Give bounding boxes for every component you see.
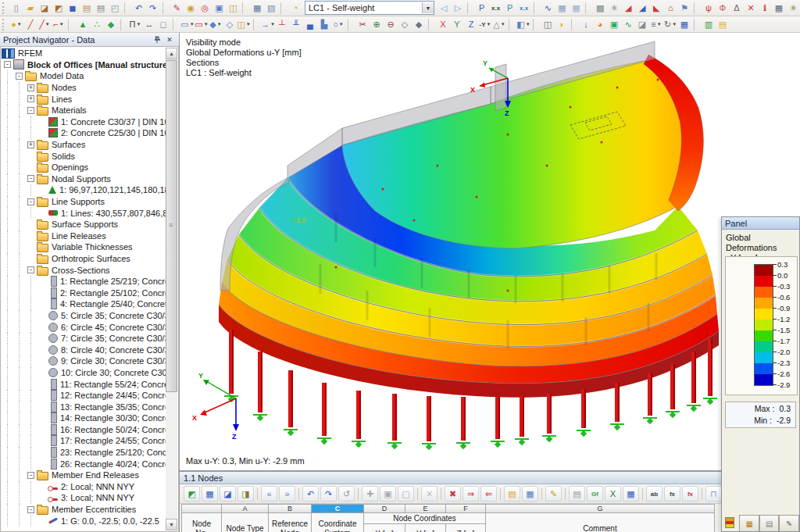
selection-frame-icon[interactable]: ◻ — [156, 18, 170, 31]
chevron-down-icon[interactable]: ▼ — [137, 22, 141, 27]
tree-item-7-circle-35-concrete-c30-37[interactable]: 7: Circle 35; Concrete C30/37 — [2, 333, 166, 345]
collapse-icon[interactable]: - — [16, 73, 23, 80]
view-in-x-icon[interactable]: X — [436, 18, 450, 31]
new-window-icon[interactable]: ◫ — [226, 2, 240, 15]
model-3d-viewport[interactable]: Visibility mode Global Deformations u-Y … — [180, 33, 800, 471]
header-node-type[interactable]: Node Type — [222, 513, 269, 532]
tables-toggle-icon[interactable]: ▤ — [716, 18, 730, 31]
lock-table-icon[interactable]: ⊓ — [705, 486, 721, 502]
table-title-bar[interactable]: 1.1 Nodes — [180, 472, 721, 484]
tree-item-1-g-0-0-22-5-0-0-22-5[interactable]: 1: G: 0.0, -22.5; 0.0, -22.5 — [2, 515, 166, 527]
toolbar-grip[interactable] — [2, 2, 7, 14]
collapse-icon[interactable]: - — [27, 198, 34, 205]
print-icon[interactable]: ▤ — [94, 2, 108, 15]
support-tool-icon[interactable]: Π▼ — [128, 18, 142, 31]
chevron-down-icon[interactable]: ▼ — [59, 22, 64, 27]
chevron-down-icon[interactable]: ▼ — [45, 22, 50, 27]
connect-nodes-icon[interactable]: ∴ — [90, 18, 104, 31]
chevron-down-icon[interactable]: ▼ — [487, 22, 491, 27]
header-coordinate-system[interactable]: CoordinateSystem — [312, 513, 364, 532]
zoom-region-icon[interactable]: ◉ — [184, 2, 198, 15]
chevron-down-icon[interactable]: ▼ — [204, 22, 209, 27]
regenerate-model-icon[interactable]: ↻▼ — [663, 18, 677, 31]
new-block-icon[interactable]: ◫▼ — [237, 18, 251, 31]
jump-to-graphic-icon[interactable]: ◩ — [184, 486, 200, 502]
display-properties-icon[interactable]: ≡▼ — [649, 18, 663, 31]
tree-item-2-local-nnn-nyy[interactable]: 2: Local; NNN NYY — [2, 481, 166, 493]
new-polyline-icon[interactable]: ⌐▼ — [52, 18, 66, 31]
insert-column-icon[interactable]: ⇐ — [480, 486, 497, 502]
cut-via-section-icon[interactable]: ✂ — [355, 18, 370, 31]
tree-item-5-circle-35-concrete-c30-37[interactable]: 5: Circle 35; Concrete C30/37 — [2, 310, 166, 322]
next-table-icon[interactable]: » — [279, 486, 295, 502]
tree-item-lines[interactable]: +Lines — [2, 93, 166, 105]
save-icon[interactable]: ◼ — [66, 2, 80, 15]
mesh-settings-icon[interactable]: ✳ — [607, 2, 621, 15]
panel-tab-filter[interactable]: ✎ — [779, 515, 799, 531]
column-letter-e[interactable]: E — [405, 504, 446, 513]
chevron-down-icon[interactable]: ▼ — [422, 2, 434, 13]
display-solid-model-icon[interactable]: ◧▼ — [516, 18, 530, 31]
header-comment[interactable]: Comment — [486, 513, 715, 532]
connect-members-icon[interactable]: ψ — [702, 2, 716, 15]
load-case-combo[interactable]: LC1 - Self-weight▼ — [305, 1, 434, 15]
show-results-rainbow-icon[interactable]: ◕ — [593, 18, 607, 31]
edit-model-icon[interactable]: ✎ — [170, 2, 184, 15]
new-solid-cube-icon[interactable]: ◇ — [223, 18, 237, 31]
tree-item-openings[interactable]: Openings — [2, 162, 166, 173]
find-replace-icon[interactable]: ab — [646, 486, 662, 502]
tree-item-6-circle-45-concrete-c30-37[interactable]: 6: Circle 45; Concrete C30/37 — [2, 321, 166, 333]
tree-item-10-circle-30-concrete-c30-3[interactable]: 10: Circle 30; Concrete C30/3 — [2, 367, 166, 379]
new-solid-icon[interactable]: ◆▼ — [209, 18, 223, 31]
table-refresh-icon[interactable]: ↺ — [338, 486, 355, 502]
options-gears-icon[interactable]: ✳ — [786, 2, 800, 15]
tree-item-member-end-releases[interactable]: -Member End Releases — [2, 470, 166, 481]
tree-item-9-circle-30-concrete-c30-37[interactable]: 9: Circle 30; Concrete C30/37 — [2, 355, 166, 367]
next-load-case-icon[interactable]: ▷ — [451, 2, 465, 15]
calculator-icon[interactable]: ▦ — [772, 2, 786, 15]
calculate-icon[interactable]: ◢ — [621, 2, 635, 15]
chevron-down-icon[interactable]: ▼ — [17, 22, 22, 27]
view-in-minus-y-icon[interactable]: -Y▼ — [478, 18, 492, 31]
show-tables-icon[interactable]: ▦ — [250, 2, 264, 15]
chevron-down-icon[interactable]: ▼ — [339, 22, 344, 27]
tree-item-8-circle-40-concrete-c30-37[interactable]: 8: Circle 40; Concrete C30/37 — [2, 344, 166, 355]
table-select-icon[interactable]: ▦ — [522, 486, 538, 502]
close-icon[interactable]: ✕ — [163, 34, 176, 45]
table-redo-icon[interactable]: ↷ — [320, 486, 337, 502]
table-layout-icon[interactable]: ▧ — [264, 2, 278, 15]
previous-table-icon[interactable]: « — [261, 486, 277, 502]
delete-row-icon[interactable]: ✖ — [445, 486, 461, 502]
calculation-params-icon[interactable]: ◣ — [649, 2, 663, 15]
scroll-down-icon[interactable]: ▼ — [166, 519, 177, 530]
tree-item-line-supports[interactable]: -Line Supports — [2, 196, 166, 208]
show-results-icon[interactable]: P — [475, 2, 489, 15]
show-results-deformed-icon[interactable]: P — [503, 2, 517, 15]
table-undo-icon[interactable]: ↶ — [302, 486, 319, 502]
tree-item-cross-sections[interactable]: -Cross-Sections — [2, 264, 166, 276]
edit-comment-icon[interactable]: ✎ — [545, 486, 562, 502]
new-surface-green-icon[interactable]: ◆ — [104, 18, 118, 31]
header-z-coordinate[interactable]: Z [m] — [446, 524, 486, 532]
mirror-model-icon[interactable]: Δ — [730, 2, 744, 15]
collapse-icon[interactable]: - — [27, 506, 34, 513]
new-node-icon[interactable]: ●▼ — [9, 18, 23, 31]
tree-item-nodes[interactable]: +Nodes — [2, 82, 166, 94]
panel-title-bar[interactable]: Panel — [722, 217, 799, 230]
formula-off-icon[interactable]: fx — [682, 486, 698, 502]
tree-item-rfem[interactable]: RFEM — [2, 48, 166, 59]
delete-objects-icon[interactable]: ✕ — [744, 2, 758, 15]
panel-tab-factors[interactable]: ▤ — [759, 515, 780, 531]
header-x-coordinate[interactable]: X [m] — [364, 524, 405, 532]
new-surface-icon[interactable]: ▭▼ — [180, 18, 195, 31]
new-member-icon[interactable]: →▼ — [261, 18, 275, 31]
open-project-alt-icon[interactable]: ◩ — [52, 2, 66, 15]
tree-scrollbar[interactable]: ▲ ▼ — [166, 48, 177, 530]
tree-item-1-rectangle-25-219-concrete[interactable]: 1: Rectangle 25/219; Concrete — [2, 276, 166, 287]
panel-tab-color-scale[interactable]: ▦ — [739, 515, 759, 531]
view-in-y-icon[interactable]: Y — [450, 18, 464, 31]
tree-item-1-lines-430-557-807-846-862-8[interactable]: 1: Lines: 430,557,807,846,862,8 — [2, 207, 166, 219]
tree-item-23-rectangle-25-120-concret[interactable]: 23: Rectangle 25/120; Concret — [2, 447, 166, 459]
tree-item-26-rectangle-40-24-concrete[interactable]: 26: Rectangle 40/24; Concrete — [2, 458, 166, 470]
dimension-tool-icon[interactable]: ↔ — [142, 18, 156, 31]
